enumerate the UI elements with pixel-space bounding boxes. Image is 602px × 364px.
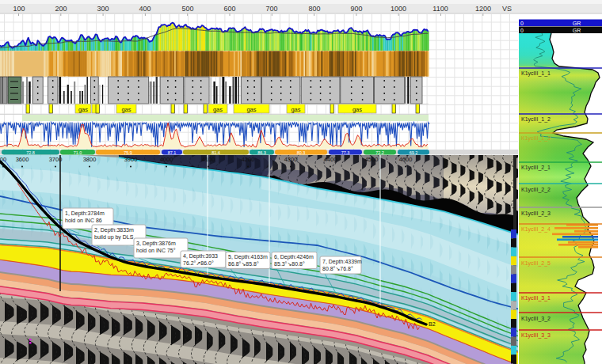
svg-text:4100: 4100 <box>202 156 215 163</box>
svg-text:4500: 4500 <box>365 156 379 163</box>
svg-text:K1ycIII_2_2: K1ycIII_2_2 <box>521 187 551 193</box>
svg-text:1200: 1200 <box>475 5 491 13</box>
svg-text:4400: 4400 <box>324 156 337 163</box>
svg-text:200: 200 <box>55 5 67 13</box>
svg-text:4600: 4600 <box>399 156 413 163</box>
svg-text:4000: 4000 <box>160 156 173 163</box>
svg-text:3600: 3600 <box>16 156 29 163</box>
svg-text:hold on INC 86: hold on INC 86 <box>65 218 102 223</box>
svg-text:80.8°↘76.8°: 80.8°↘76.8° <box>322 266 353 271</box>
svg-text:3800: 3800 <box>83 156 97 163</box>
svg-text:77.3: 77.3 <box>341 150 350 155</box>
svg-text:4300: 4300 <box>284 156 298 163</box>
svg-text:hold on INC 75°: hold on INC 75° <box>136 248 176 253</box>
svg-text:4, Depth:3933: 4, Depth:3933 <box>183 253 218 260</box>
svg-text:K1ycIII_1_3: K1ycIII_1_3 <box>521 135 551 142</box>
svg-text:600: 600 <box>223 5 235 13</box>
svg-text:3, Depth:3876m: 3, Depth:3876m <box>136 241 176 247</box>
svg-text:300: 300 <box>97 5 109 13</box>
svg-text:6, Depth:4246m: 6, Depth:4246m <box>274 254 314 260</box>
svg-text:75.9: 75.9 <box>124 150 132 155</box>
svg-text:gas: gas <box>78 106 88 113</box>
svg-text:0: 0 <box>520 28 524 33</box>
svg-text:0: 0 <box>520 21 524 26</box>
svg-text:build up by DLS: build up by DLS <box>94 234 134 241</box>
svg-text:gas: gas <box>121 106 131 113</box>
svg-text:B2: B2 <box>429 321 436 327</box>
svg-text:69.2: 69.2 <box>410 150 418 155</box>
svg-text:gas: gas <box>246 106 256 113</box>
svg-text:81.4: 81.4 <box>211 150 220 155</box>
svg-text:1100: 1100 <box>432 5 448 13</box>
svg-text:1, Depth:3784m: 1, Depth:3784m <box>65 210 105 217</box>
svg-text:500: 500 <box>181 5 193 13</box>
svg-text:80.3: 80.3 <box>297 150 306 155</box>
svg-text:76.2°↗86.0°: 76.2°↗86.0° <box>183 260 214 266</box>
svg-text:71.0: 71.0 <box>74 150 82 155</box>
svg-text:800: 800 <box>308 5 320 13</box>
svg-text:5, Depth:4163m: 5, Depth:4163m <box>228 254 268 260</box>
svg-text:VS: VS <box>502 5 512 13</box>
svg-text:K1ycIII_2_3: K1ycIII_2_3 <box>521 210 551 217</box>
svg-text:72.2: 72.2 <box>375 150 384 155</box>
svg-text:1000: 1000 <box>391 5 406 13</box>
svg-text:3700: 3700 <box>49 156 63 163</box>
svg-text:900: 900 <box>350 5 362 13</box>
svg-text:gas: gas <box>352 106 362 113</box>
svg-text:4200: 4200 <box>242 156 255 163</box>
svg-text:2, Depth:3833m: 2, Depth:3833m <box>94 227 134 233</box>
svg-text:K1ycIII_2_1: K1ycIII_2_1 <box>521 165 551 171</box>
svg-text:gas: gas <box>291 106 300 113</box>
svg-text:72.8: 72.8 <box>26 150 35 155</box>
svg-text:400: 400 <box>139 5 150 13</box>
svg-text:700: 700 <box>265 5 277 13</box>
svg-text:GR: GR <box>573 28 581 33</box>
svg-text:87.1: 87.1 <box>168 150 177 155</box>
svg-text:GR: GR <box>573 21 581 26</box>
svg-text:K1ycIII_2_4: K1ycIII_2_4 <box>521 226 551 233</box>
svg-text:85.3°↘80.8°: 85.3°↘80.8° <box>274 261 305 267</box>
svg-text:K1ycIII_3_1: K1ycIII_3_1 <box>521 295 551 301</box>
svg-text:K1ycIII_3_2: K1ycIII_3_2 <box>521 316 551 322</box>
svg-text:gas: gas <box>213 106 223 113</box>
svg-text:100: 100 <box>13 5 25 13</box>
svg-text:K1ycIII_1_1: K1ycIII_1_1 <box>521 70 551 77</box>
svg-text:K1ycIII_3_3: K1ycIII_3_3 <box>521 332 551 339</box>
svg-text:86.8°↘85.8°: 86.8°↘85.8° <box>228 261 259 267</box>
svg-text:86.3: 86.3 <box>257 150 266 155</box>
svg-text:3900: 3900 <box>124 156 138 163</box>
svg-text:7, Depth:4339m: 7, Depth:4339m <box>322 259 362 265</box>
svg-text:K1ycIII_2_5: K1ycIII_2_5 <box>521 260 551 267</box>
svg-text:K1ycIII_1_2: K1ycIII_1_2 <box>521 116 551 123</box>
